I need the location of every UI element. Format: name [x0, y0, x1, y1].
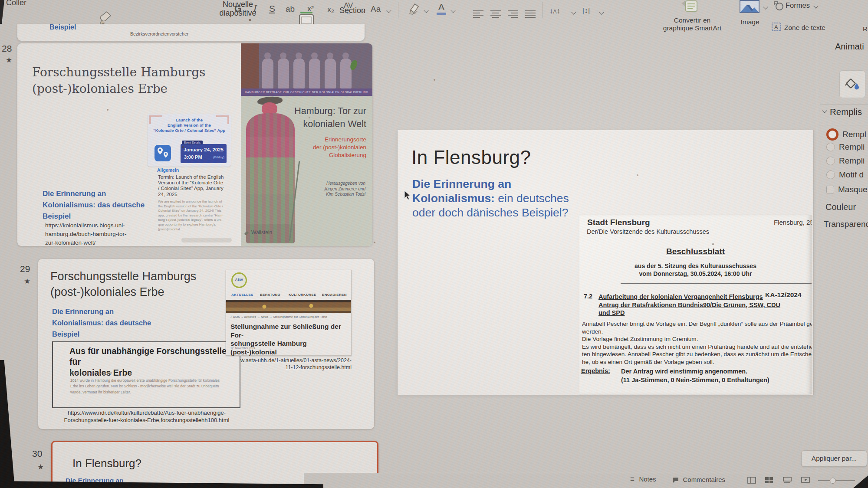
comments-icon — [672, 477, 679, 485]
ndr-quote-box: Aus für unabhängige Forschungsstelle für… — [52, 341, 240, 408]
thumb29-title: Forschungsstelle Hamburgs(post-)kolonial… — [50, 269, 196, 300]
line-spacing-icon: ↓A↕ — [549, 7, 560, 15]
event-button-placeholder — [181, 238, 232, 242]
font-color-label: A — [438, 2, 444, 12]
doc-org: Stadt Flensburg — [587, 218, 650, 227]
slide-subtitle-textbox[interactable]: Die Erinnerung an Kolonialismus: ein deu… — [412, 177, 569, 220]
align-center-button[interactable] — [490, 10, 502, 21]
thumb30-title: In Flensburg? — [72, 457, 141, 470]
radio-icon — [826, 157, 835, 165]
textbox-button[interactable]: Zone de texte — [784, 24, 825, 32]
asta-menu-item: ENGAGIEREN — [322, 293, 347, 297]
font-color-button[interactable]: A — [437, 2, 446, 15]
shapes-icon — [773, 1, 784, 12]
powerpoint-window: Coller Nouvelle diapositive Section G I … — [0, 0, 868, 488]
hide-background-checkbox[interactable]: Masque — [826, 185, 868, 196]
slide-thumbnail-29[interactable]: Forschungsstelle Hamburgs(post-)kolonial… — [38, 259, 374, 429]
screen-bezel-edge — [0, 360, 15, 488]
image-chevron-icon — [763, 4, 768, 9]
shapes-button[interactable]: Formes — [786, 1, 810, 10]
text-direction-icon: [↕] — [582, 7, 590, 14]
slide-thumbnail-27[interactable]: Beispiel Bezirksverordnetenvorsteher — [17, 24, 365, 41]
bold-button[interactable]: G — [234, 3, 241, 14]
ndr-body: 2014 wurde in Hamburg die europaweit ers… — [70, 378, 231, 395]
fill-option-solid[interactable]: Rempl — [826, 128, 868, 140]
character-spacing-button[interactable]: AV ↔ — [344, 3, 353, 15]
change-case-button[interactable]: Aa — [371, 4, 381, 14]
status-bar: ≡ Notes Commentaires — [304, 473, 868, 488]
align-right-button[interactable] — [507, 10, 519, 21]
apply-to-all-button[interactable]: Appliquer par... — [801, 450, 867, 467]
animation-star-icon: ★ — [24, 277, 30, 286]
convert-smartart-button[interactable]: Convertir en graphique SmartArt — [651, 16, 733, 32]
document-image[interactable]: Stadt Flensburg Der/Die Vorsitzende des … — [579, 215, 812, 394]
justify-button[interactable] — [524, 10, 536, 21]
slide-title-text: In Flensburg? — [411, 147, 531, 168]
pane-divider — [823, 63, 868, 63]
image-label: Image — [739, 18, 761, 26]
normal-view-button[interactable] — [747, 477, 756, 485]
collapse-chevron-icon — [822, 108, 827, 113]
text-direction-chevron-icon — [599, 10, 604, 14]
text-direction-button[interactable]: [↕] — [582, 7, 590, 15]
cover-body: Hamburg: Tor zurkolonialen Welt Erinneru… — [241, 96, 372, 246]
line-spacing-button[interactable]: ↓A↕ — [549, 7, 560, 16]
highlighter-button[interactable] — [407, 3, 420, 18]
reading-view-button[interactable] — [783, 477, 792, 485]
doc-result-label: Ergebnis: — [581, 367, 610, 374]
strikethrough-button[interactable]: ab — [286, 4, 295, 14]
asta-menu-item: KULTURKURSE — [289, 293, 316, 297]
cover-title: Hamburg: Tor zurkolonialen Welt — [294, 105, 366, 131]
slide-sorter-view-button[interactable] — [765, 477, 773, 485]
zoom-slider-knob[interactable] — [830, 478, 836, 484]
pane-divider — [817, 26, 817, 473]
app-map-pins-icon — [155, 145, 171, 161]
ndr-stand: Stand: 01.04.2025 12:15 Uhr — [70, 371, 112, 375]
slide-title-textbox[interactable]: In Flensburg? — [411, 147, 531, 168]
thumb29-blue-text: Die Erinnerung anKolonialismus: das deut… — [52, 306, 151, 340]
fill-option-picture[interactable]: Rempli — [826, 156, 868, 167]
textbox-label: Zone de texte — [784, 24, 825, 31]
clipped-ribbon-label: R — [863, 25, 868, 33]
comments-label: Commentaires — [683, 476, 725, 483]
slideshow-view-button[interactable] — [801, 477, 810, 485]
highlighter-chevron-icon — [424, 8, 428, 13]
image-button[interactable] — [740, 0, 760, 15]
notes-icon: ≡ — [630, 475, 635, 483]
event-details-tag: Event Details — [182, 141, 203, 144]
color-row-label: Couleur — [825, 202, 856, 212]
shapes-chevron-icon — [813, 3, 818, 8]
superscript-label: x² — [307, 4, 314, 13]
event-date: January 24, 2025 — [181, 147, 227, 152]
subscript-button[interactable]: x₂ — [327, 5, 334, 14]
asta-date: 12. November 2024 — [230, 347, 255, 350]
svg-text:A: A — [774, 24, 778, 30]
image-icon — [740, 7, 760, 14]
paste-button[interactable]: Coller — [6, 0, 26, 7]
comments-button[interactable]: Commentaires — [672, 476, 725, 485]
fill-bucket-button[interactable] — [839, 70, 865, 98]
subscript-label: x₂ — [327, 5, 334, 14]
slide-thumbnail-28[interactable]: Forschungsstelle Hamburgs(post-)kolonial… — [17, 43, 372, 246]
align-left-button[interactable] — [472, 10, 484, 21]
asta-screenshot: AStA AKTUELLES BERATUNG KULTURKURSE ENGA… — [226, 270, 352, 356]
fill-option-pattern[interactable]: Motif d — [826, 170, 868, 181]
pane-divider — [820, 104, 868, 105]
bismarck-statue — [242, 96, 300, 245]
italic-button[interactable]: I — [253, 3, 256, 14]
zoom-slider-track[interactable] — [818, 480, 855, 481]
pane-divider — [819, 125, 868, 125]
thumb27-blue-text: Beispiel — [49, 23, 76, 31]
notes-button[interactable]: ≡ Notes — [630, 475, 656, 484]
superscript-button[interactable]: x² — [307, 4, 314, 13]
animation-star-icon: ★ — [37, 462, 44, 472]
fill-option-label: Motif d — [839, 170, 864, 179]
italic-label: I — [253, 3, 256, 14]
animation-star-icon: ★ — [6, 56, 12, 65]
strikethrough-label: ab — [286, 4, 295, 13]
fill-section-header[interactable]: Remplis — [823, 107, 862, 117]
apply-button-label: Appliquer par... — [812, 455, 857, 462]
underline-button[interactable]: S — [269, 3, 275, 14]
fill-option-gradient[interactable]: Rempli — [826, 142, 868, 154]
doc-subtitle: aus der 5. Sitzung des Kulturausschusses… — [579, 262, 812, 278]
